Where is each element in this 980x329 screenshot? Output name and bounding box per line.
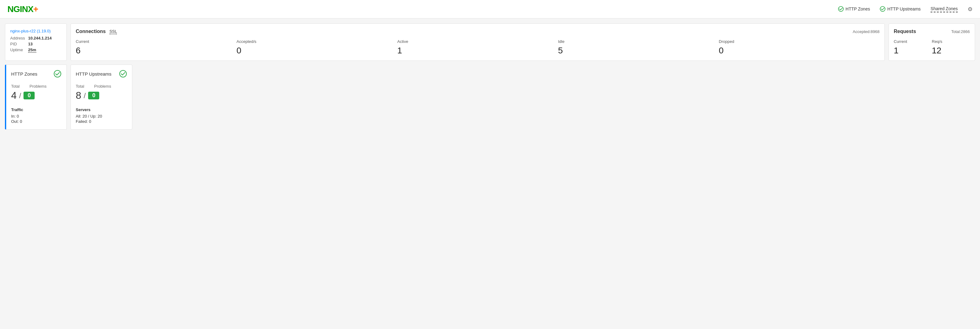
http-zones-card-title: HTTP Zones (11, 71, 37, 76)
connections-accepted-total: Accepted:8968 (853, 29, 880, 34)
http-upstreams-total-value: 8 (76, 90, 81, 101)
metric-idle-value: 5 (558, 46, 719, 55)
nav-shared-zones[interactable]: Shared Zones (931, 6, 958, 12)
logo: NGINX+ (8, 4, 38, 14)
metric-idle: Idle 5 (558, 39, 719, 55)
server-info-card: nginx-plus-r22 (1.19.0) Address 10.244.1… (5, 24, 67, 61)
metric-current-label: Current (76, 39, 237, 44)
connections-title: Connections (76, 29, 106, 34)
requests-card: Requests Total:2866 Current 1 Req/s 12 (888, 24, 975, 61)
svg-point-0 (838, 6, 843, 11)
metric-current: Current 6 (76, 39, 237, 55)
svg-point-2 (54, 70, 61, 77)
requests-reqs: Req/s 12 (932, 39, 970, 55)
http-zones-total-label: Total (11, 84, 19, 89)
http-zones-card-header: HTTP Zones (11, 70, 62, 78)
http-zones-problems-label: Problems (29, 84, 46, 89)
metric-dropped: Dropped 0 (719, 39, 880, 55)
requests-current-value: 1 (894, 46, 932, 55)
http-zones-check-icon (54, 70, 62, 78)
http-upstreams-total-label: Total (76, 84, 84, 89)
header: NGINX+ HTTP Zones HTTP Upstreams Shared … (0, 0, 980, 19)
connections-metrics: Current 6 Accepted/s 0 Active 1 Idle 5 D… (76, 39, 880, 55)
uptime-value: 25m (28, 47, 36, 53)
server-uptime-row: Uptime 25m (10, 47, 62, 53)
metric-active: Active 1 (397, 39, 558, 55)
metric-idle-label: Idle (558, 39, 719, 44)
http-upstreams-servers-failed: Failed: 0 (76, 119, 127, 124)
requests-title: Requests (894, 29, 916, 34)
http-zones-labels: Total Problems 4 / 0 (11, 84, 62, 101)
metric-accepted-s-value: 0 (237, 46, 397, 55)
bottom-row: HTTP Zones Total Problems 4 / 0 Traffic … (5, 65, 975, 130)
logo-plus: + (33, 4, 38, 14)
uptime-label: Uptime (10, 47, 25, 52)
address-label: Address (10, 36, 25, 40)
svg-point-1 (880, 6, 885, 11)
requests-current: Current 1 (894, 39, 932, 55)
connections-card: Connections SSL Accepted:8968 Current 6 … (70, 24, 885, 61)
http-zones-slash: / (19, 91, 21, 100)
nav-shared-zones-label: Shared Zones (931, 6, 958, 11)
pid-label: PID (10, 42, 25, 46)
metric-accepted-s: Accepted/s 0 (237, 39, 397, 55)
http-upstreams-servers-all-up: All: 20 / Up: 20 (76, 114, 127, 119)
metric-dropped-label: Dropped (719, 39, 880, 44)
metric-active-value: 1 (397, 46, 558, 55)
http-upstreams-check-icon (119, 70, 127, 78)
server-pid-row: PID 13 (10, 42, 62, 46)
http-zones-stats: 4 / 0 (11, 90, 62, 101)
nav-http-zones[interactable]: HTTP Zones (838, 6, 870, 12)
logo-text: NGINX+ (8, 4, 38, 14)
logo-nginx: NGINX (8, 4, 33, 14)
http-zones-problems-value: 0 (24, 92, 35, 100)
http-upstreams-labels-row: Total Problems (76, 84, 127, 89)
metric-dropped-value: 0 (719, 46, 880, 55)
http-zones-total-value: 4 (11, 90, 17, 101)
requests-total: Total:2866 (951, 29, 970, 34)
svg-point-3 (119, 70, 126, 77)
main-nav: HTTP Zones HTTP Upstreams Shared Zones ⚙ (838, 6, 972, 13)
http-zones-check-icon (838, 6, 844, 12)
http-upstreams-slash: / (84, 91, 86, 100)
settings-icon[interactable]: ⚙ (967, 6, 972, 13)
top-row: nginx-plus-r22 (1.19.0) Address 10.244.1… (5, 24, 975, 61)
address-value: 10.244.1.214 (28, 36, 52, 40)
connections-header: Connections SSL Accepted:8968 (76, 29, 880, 34)
connections-title-row: Connections SSL (76, 29, 117, 34)
http-upstreams-card-title: HTTP Upstreams (76, 71, 111, 76)
metric-active-label: Active (397, 39, 558, 44)
http-zones-traffic-in: In: 0 (11, 114, 62, 119)
ssl-label[interactable]: SSL (110, 29, 117, 34)
nav-http-zones-label: HTTP Zones (846, 6, 870, 11)
http-upstreams-problems-label: Problems (94, 84, 111, 89)
http-upstreams-labels: Total Problems 8 / 0 (76, 84, 127, 101)
requests-reqs-value: 12 (932, 46, 970, 55)
http-upstreams-card-header: HTTP Upstreams (76, 70, 127, 78)
http-upstreams-servers-title: Servers (76, 108, 127, 112)
http-upstreams-problems-value: 0 (88, 92, 99, 100)
http-upstreams-check-icon (880, 6, 885, 12)
http-zones-labels-row: Total Problems (11, 84, 62, 89)
http-zones-card: HTTP Zones Total Problems 4 / 0 Traffic … (5, 65, 67, 130)
requests-metrics: Current 1 Req/s 12 (894, 39, 970, 55)
metric-accepted-s-label: Accepted/s (237, 39, 397, 44)
requests-header: Requests Total:2866 (894, 29, 970, 34)
http-upstreams-stats: 8 / 0 (76, 90, 127, 101)
server-link[interactable]: nginx-plus-r22 (1.19.0) (10, 29, 62, 33)
nav-http-upstreams[interactable]: HTTP Upstreams (880, 6, 921, 12)
pid-value: 13 (28, 42, 32, 46)
http-zones-traffic-out: Out: 0 (11, 119, 62, 124)
http-upstreams-card: HTTP Upstreams Total Problems 8 / 0 Serv… (70, 65, 132, 130)
server-address-row: Address 10.244.1.214 (10, 36, 62, 40)
http-zones-traffic-title: Traffic (11, 108, 62, 112)
requests-reqs-label: Req/s (932, 39, 970, 44)
requests-current-label: Current (894, 39, 932, 44)
main-content: nginx-plus-r22 (1.19.0) Address 10.244.1… (0, 19, 980, 134)
nav-http-upstreams-label: HTTP Upstreams (887, 6, 921, 11)
metric-current-value: 6 (76, 46, 237, 55)
